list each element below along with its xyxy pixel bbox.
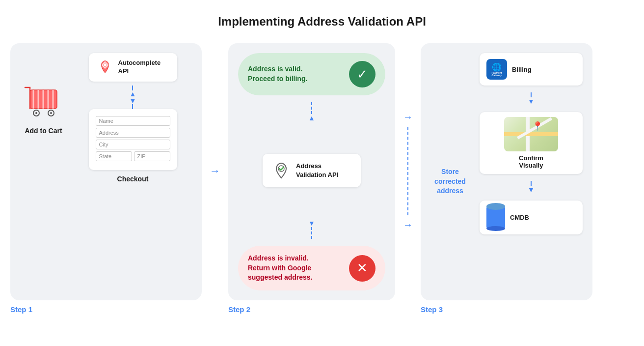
invalid-pill: Address is invalid. Return with Google s… [238,246,385,290]
autocomplete-card: AutocompleteAPI [89,53,177,82]
step3-right: 🌐 PaymentGateway Billing ▼ [480,53,583,290]
map-thumbnail: 📍 [504,117,558,151]
confirm-visually-label: ConfirmVisually [519,154,543,169]
svg-point-10 [103,63,107,67]
right-arrow-valid: → [403,112,413,123]
svg-point-7 [35,112,37,114]
state-zip-row: State ZIP [96,151,170,163]
validation-label: Address [296,162,338,171]
step1-right: AutocompleteAPI ▲ ▼ Name Address City [74,53,192,183]
valid-text-line2: Proceed to billing. [248,74,307,84]
store-corrected-label: Storecorrectedaddress [430,167,470,196]
billing-card: 🌐 PaymentGateway Billing [480,53,583,86]
page-title: Implementing Address Validation API [218,15,426,29]
cart-icon-wrap [20,83,67,122]
zip-field: ZIP [134,151,170,161]
payment-gateway-icon: 🌐 PaymentGateway [486,59,507,80]
step2-box: Address is valid. Proceed to billing. ✓ … [228,43,395,300]
step3-column: Storecorrectedaddress 🌐 PaymentGateway B… [421,43,592,314]
validation-api-card: Address Validation API [263,154,361,187]
name-field: Name [96,116,170,126]
invalid-text-line3: suggested address. [248,273,313,283]
valid-pill: Address is valid. Proceed to billing. ✓ [238,53,385,95]
dashed-down: ▼ [308,219,315,239]
step1-left: Add to Cart [20,53,67,135]
invalid-text-line1: Address is invalid. [248,254,313,263]
step2-column: Address is valid. Proceed to billing. ✓ … [228,43,395,314]
dashed-up: ▲ [308,102,315,122]
checkout-label: Checkout [117,175,149,183]
right-arrow-invalid: → [403,219,413,231]
diagram: Add to Cart Autocomplete [10,43,634,314]
add-to-cart-label: Add to Cart [25,127,62,135]
validation-icon [272,162,290,179]
billing-label: Billing [512,66,532,73]
step3-inner: Storecorrectedaddress 🌐 PaymentGateway B… [430,53,583,290]
cart-icon [23,85,64,119]
confirm-visually-card: 📍 ConfirmVisually [480,112,583,174]
confirm-to-cmdb-arrow: ▼ [480,181,583,194]
invalid-text-line2: Return with Google [248,263,313,273]
state-field: State [96,151,132,161]
step3-box: Storecorrectedaddress 🌐 PaymentGateway B… [421,43,592,300]
valid-check-icon: ✓ [349,61,376,87]
arrow-step2-step3: → → [403,43,413,314]
validation-label2: Validation API [296,171,338,179]
step1-box: Add to Cart Autocomplete [10,43,202,300]
step2-label: Step 2 [228,305,250,314]
step1-arrows: ▲ ▼ [130,86,136,109]
svg-point-9 [50,112,52,114]
step2-inner: Address is valid. Proceed to billing. ✓ … [238,53,385,290]
map-pin-icon: 📍 [532,121,543,132]
autocomplete-label: AutocompleteAPI [118,59,161,76]
step3-left: Storecorrectedaddress [430,53,470,290]
valid-text-line1: Address is valid. [248,64,307,74]
step1-label: Step 1 [10,305,32,314]
invalid-x-icon: ✕ [349,255,376,282]
autocomplete-icon [97,59,113,76]
cmdb-card: CMDB [480,201,583,234]
checkout-card: Name Address City State ZIP [89,109,177,170]
database-icon [486,206,505,229]
billing-to-confirm-arrow: ▼ [480,92,583,105]
right-arrow-1: → [210,165,220,177]
cmdb-label: CMDB [510,214,529,221]
address-field: Address [96,128,170,138]
arrow-step1-step2: → [210,43,220,314]
step1-column: Add to Cart Autocomplete [10,43,202,314]
step3-label: Step 3 [421,305,443,314]
city-field: City [96,140,170,149]
